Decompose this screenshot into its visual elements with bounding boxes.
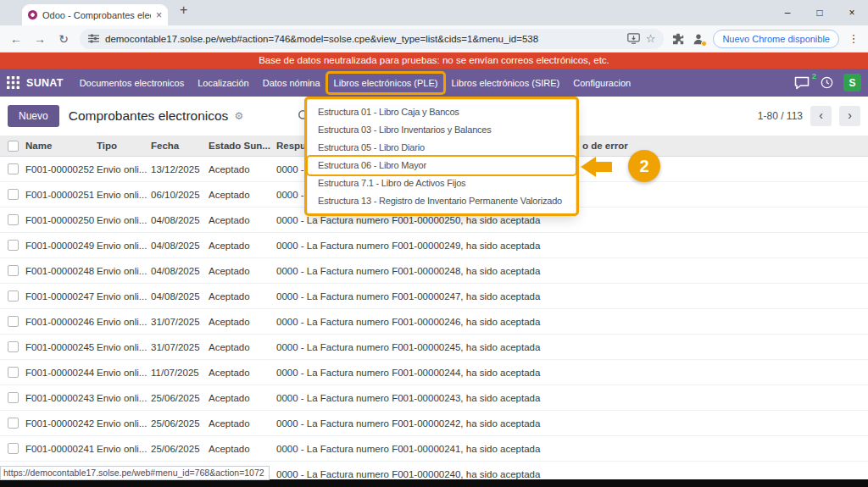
table-row[interactable]: F001-00000242Envio onli...25/06/2025Acep… [0, 411, 868, 436]
table-row[interactable]: F001-00000246Envio onli...31/07/2025Acep… [0, 309, 868, 335]
cell-tipo: Envio onli... [97, 444, 151, 454]
cell-fecha: 04/08/2025 [151, 241, 209, 251]
table-row[interactable]: F001-00000248Envio onli...04/08/2025Acep… [0, 258, 868, 284]
cell-estado: Aceptado [209, 164, 276, 174]
profile-icon[interactable] [693, 33, 704, 45]
pager-range: 1-80 / 113 [758, 110, 803, 122]
row-checkbox[interactable] [8, 316, 19, 327]
cell-respuesta: 0000 - La Factura numero F001-00000246, … [276, 317, 582, 327]
cell-fecha: 04/08/2025 [151, 266, 209, 276]
messages-icon[interactable]: 2 [794, 76, 810, 90]
row-checkbox-cell [0, 443, 25, 454]
table-row[interactable]: F001-00000245Envio onli...31/07/2025Acep… [0, 335, 868, 360]
browser-toolbar: ← → ↻ democontable17.solse.pe/web#action… [0, 25, 868, 53]
cell-fecha: 04/08/2025 [151, 291, 209, 302]
navbar-menu-3[interactable]: Datos nómina [257, 74, 326, 92]
cell-respuesta: 0000 - La Factura numero F001-00000242, … [276, 418, 582, 429]
user-avatar[interactable]: S [843, 74, 861, 91]
dropdown-item-5[interactable]: Estructura 7.1 - Libro de Activos Fijos [308, 174, 576, 192]
maximize-button[interactable]: □ [804, 0, 836, 25]
dropdown-item-1[interactable]: Estructura 01 - Libro Caja y Bancos [308, 103, 576, 121]
row-checkbox-cell [0, 316, 25, 327]
cell-fecha: 31/07/2025 [151, 342, 209, 352]
select-all-checkbox[interactable] [8, 141, 19, 152]
minimize-button[interactable]: – [771, 0, 804, 25]
navbar-menu-5[interactable]: Libros electrónicos (SIRE) [445, 74, 565, 92]
pager-next-button[interactable]: › [839, 106, 860, 126]
cell-name: F001-00000252 [25, 164, 97, 174]
cell-tipo: Envio onli... [97, 190, 151, 200]
bookmark-star-icon[interactable]: ☆ [646, 32, 656, 45]
close-button[interactable]: × [836, 0, 868, 25]
row-checkbox[interactable] [8, 418, 19, 429]
site-settings-icon[interactable] [88, 33, 99, 44]
new-tab-button[interactable]: + [180, 3, 187, 18]
column-fecha[interactable]: Fecha [151, 141, 209, 151]
browser-tab[interactable]: Odoo - Comprobantes electron × [22, 4, 168, 25]
navbar-menu-1[interactable]: Documentos electronicos [74, 74, 191, 92]
cell-estado: Aceptado [209, 190, 276, 200]
cell-name: F001-00000248 [25, 266, 97, 276]
cell-tipo: Envio onli... [97, 393, 151, 403]
navbar-menu-4[interactable]: Libros electrónicos (PLE) [328, 74, 444, 92]
row-checkbox[interactable] [8, 214, 19, 225]
browser-menu-icon[interactable]: ⋮ [848, 32, 860, 45]
odoo-navbar: SUNAT Documentos electronicosLocalizació… [0, 69, 868, 97]
chrome-update-chip[interactable]: Nuevo Chrome disponible [713, 30, 839, 48]
app-brand[interactable]: SUNAT [26, 77, 64, 89]
cell-tipo: Envio onli... [97, 241, 151, 251]
cell-tipo: Envio onli... [97, 368, 151, 378]
row-checkbox[interactable] [8, 189, 19, 200]
row-checkbox[interactable] [8, 341, 19, 352]
row-checkbox[interactable] [8, 443, 19, 454]
favorites-gear-icon[interactable]: ⚙ [234, 110, 243, 122]
forward-button[interactable]: → [29, 32, 51, 46]
row-checkbox[interactable] [8, 163, 19, 174]
new-record-button[interactable]: Nuevo [8, 105, 59, 127]
cell-name: F001-00000251 [25, 190, 97, 200]
row-checkbox[interactable] [8, 265, 19, 276]
cell-estado: Aceptado [209, 317, 276, 327]
table-row[interactable]: F001-00000243Envio onli...25/06/2025Acep… [0, 385, 868, 411]
row-checkbox[interactable] [8, 240, 19, 251]
send-to-devices-icon[interactable] [627, 33, 640, 44]
column-error[interactable]: o de error [582, 141, 868, 151]
address-bar[interactable]: democontable17.solse.pe/web#action=746&m… [80, 29, 664, 49]
dropdown-item-2[interactable]: Estructura 03 - Libro Inventarios y Bala… [308, 121, 576, 139]
reload-button[interactable]: ↻ [53, 32, 75, 46]
toolbar-right: Nuevo Chrome disponible ⋮ [669, 30, 863, 48]
row-checkbox[interactable] [8, 392, 19, 403]
table-row[interactable]: F001-00000241Envio onli...25/06/2025Acep… [0, 436, 868, 462]
header-checkbox-cell [0, 141, 25, 152]
cell-tipo: Envio onli... [97, 418, 151, 429]
cell-tipo: Envio onli... [97, 164, 151, 174]
messages-badge: 2 [812, 72, 816, 80]
tab-strip: Odoo - Comprobantes electron × + – □ × [0, 0, 868, 25]
column-estado[interactable]: Estado Sun... [209, 141, 276, 151]
row-checkbox-cell [0, 291, 25, 302]
dropdown-item-4[interactable]: Estructura 06 - Libro Mayor [308, 157, 576, 174]
dropdown-item-6[interactable]: Estructura 13 - Registro de Inventario P… [308, 192, 576, 210]
row-checkbox[interactable] [8, 367, 19, 378]
column-name[interactable]: Name [25, 141, 97, 151]
pager-prev-button[interactable]: ‹ [810, 106, 832, 126]
row-checkbox[interactable] [8, 291, 19, 302]
cell-respuesta: 0000 - La Factura numero F001-00000249, … [276, 241, 582, 251]
dropdown-item-3[interactable]: Estructura 05 - Libro Diario [308, 139, 576, 157]
cell-respuesta: 0000 - La Factura numero F001-00000248, … [276, 266, 582, 276]
column-tipo[interactable]: Tipo [97, 141, 151, 151]
table-row[interactable]: F001-00000249Envio onli...04/08/2025Acep… [0, 233, 868, 258]
back-button[interactable]: ← [5, 32, 27, 46]
extensions-icon[interactable] [672, 33, 684, 45]
activity-clock-icon[interactable] [821, 76, 833, 89]
apps-grid-icon[interactable] [7, 76, 19, 89]
cell-name: F001-00000249 [25, 241, 97, 251]
table-row[interactable]: F001-00000244Envio onli...11/07/2025Acep… [0, 360, 868, 385]
navbar-menu-6[interactable]: Configuracion [567, 74, 637, 92]
url-text: democontable17.solse.pe/web#action=746&m… [105, 34, 621, 44]
table-row[interactable]: F001-00000247Envio onli...04/08/2025Acep… [0, 284, 868, 309]
navbar-menu-2[interactable]: Localización [192, 74, 255, 92]
systray: 2 S [794, 74, 861, 91]
tab-close-icon[interactable]: × [156, 9, 162, 21]
cell-fecha: 04/08/2025 [151, 215, 209, 225]
